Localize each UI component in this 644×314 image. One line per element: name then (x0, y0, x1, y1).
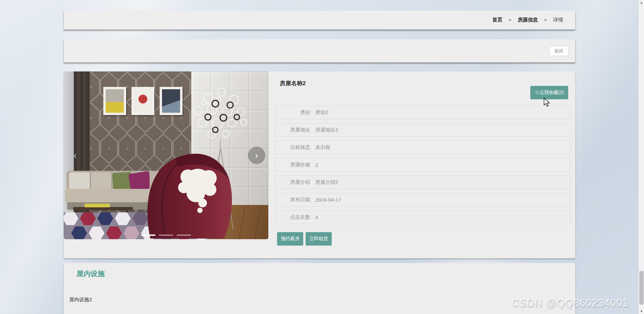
book-viewing-button[interactable]: 预约看房 (277, 232, 303, 246)
carousel-indicators (64, 234, 268, 236)
collect-button[interactable]: ☆点我收藏(2) (530, 86, 568, 99)
scroll-up-icon[interactable]: ▲ (639, 0, 644, 5)
facilities-heading: 屋内设施 (76, 269, 105, 278)
house-detail-panel: ‹ › 房屋名称2 ☆点我收藏(2) 类别 类别2 房屋地址 房屋地址2 出租状… (64, 71, 575, 258)
photo-carousel: ‹ › (64, 71, 268, 239)
rent-now-button[interactable]: 立即租赁 (306, 232, 332, 246)
house-info-section: 房屋名称2 ☆点我收藏(2) 类别 类别2 房屋地址 房屋地址2 出租状态 未出… (275, 71, 575, 258)
breadcrumb-listings[interactable]: 房源信息 (518, 17, 538, 23)
scrollbar-thumb[interactable] (639, 271, 644, 305)
toolbar: 返回 (64, 39, 575, 62)
info-row-click-count: 点击次数 4 (275, 210, 571, 224)
scroll-down-icon[interactable]: ▼ (639, 309, 644, 314)
carousel-indicator-1[interactable] (141, 234, 155, 236)
carousel-next-button[interactable]: › (248, 147, 265, 164)
info-row-category: 类别 类别2 (275, 106, 571, 119)
photo-sofa-seat (65, 189, 177, 203)
info-row-intro: 房屋介绍 房屋介绍2 (275, 175, 571, 189)
info-row-rent-status: 出租状态 未出租 (275, 141, 571, 154)
back-button[interactable]: 返回 (549, 46, 569, 56)
house-info-table: 类别 类别2 房屋地址 房屋地址2 出租状态 未出租 房源价格 2 房屋介绍 房… (275, 106, 571, 228)
chevron-left-icon: ‹ (73, 150, 77, 161)
carousel-prev-button[interactable]: ‹ (66, 147, 84, 164)
breadcrumb-separator: > (509, 17, 512, 22)
action-buttons: 预约看房 立即租赁 (277, 232, 332, 246)
breadcrumb-separator: > (544, 17, 547, 22)
page-scrollbar[interactable]: ▲ ▼ (638, 0, 644, 314)
facilities-content: 屋内设施2 (69, 297, 92, 303)
photo-cushion (150, 172, 171, 190)
breadcrumb-current-detail: 详情 (553, 17, 563, 23)
photo-cushion-magenta (128, 171, 151, 191)
info-row-price: 房源价格 2 (275, 158, 571, 172)
carousel-indicator-3[interactable] (177, 234, 191, 236)
breadcrumb-home[interactable]: 首页 (492, 17, 502, 23)
photo-coffee-table (73, 207, 133, 210)
photo-cushion (69, 172, 90, 190)
breadcrumb-bar: 首页 > 房源信息 > 详情 (64, 10, 575, 30)
info-row-address: 房屋地址 房屋地址2 (275, 123, 571, 137)
chevron-right-icon: › (255, 150, 258, 161)
carousel-indicator-2[interactable] (159, 234, 173, 236)
photo-cushion (91, 172, 111, 190)
photo-table-tray (85, 204, 110, 207)
house-title: 房屋名称2 (280, 80, 306, 87)
info-row-publish-date: 发布日期 2024-04-17 (275, 193, 571, 207)
facilities-panel: 屋内设施 屋内设施2 (64, 263, 575, 314)
photo-picture-frames (103, 87, 182, 115)
